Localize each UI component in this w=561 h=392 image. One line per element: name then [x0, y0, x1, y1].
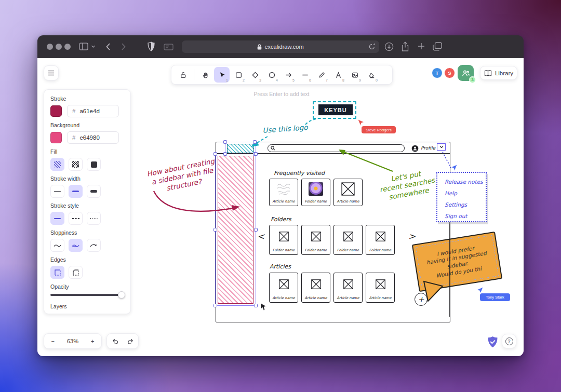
sloppiness-artist-button[interactable]: [69, 239, 83, 252]
card-article[interactable]: Article name: [333, 179, 363, 206]
rectangle-tool-button[interactable]: 2: [231, 67, 246, 83]
card-article[interactable]: Article name: [301, 273, 330, 303]
card-folder[interactable]: Folder name: [301, 225, 330, 255]
selection-handle[interactable]: [213, 304, 217, 307]
card-folder[interactable]: Folder name: [269, 225, 298, 255]
line-tool-button[interactable]: 6: [297, 67, 313, 83]
stroke-width-bold-button[interactable]: [69, 185, 83, 198]
note-use-this-logo[interactable]: Use this logo: [257, 123, 314, 136]
stroke-hex-input[interactable]: # a61e4d: [67, 105, 119, 117]
stroke-style-dashed-button[interactable]: [69, 212, 83, 225]
diamond-tool-button[interactable]: 3: [247, 67, 263, 83]
stroke-style-label: Stroke style: [50, 202, 124, 209]
tool-key: 5: [292, 78, 295, 82]
eraser-tool-button[interactable]: 0: [364, 67, 379, 83]
carousel-next[interactable]: >: [408, 231, 416, 241]
selection-handle[interactable]: [254, 228, 258, 232]
back-icon[interactable]: [105, 43, 111, 51]
zoom-in-button[interactable]: +: [84, 334, 101, 348]
menu-item-settings[interactable]: Settings: [445, 201, 486, 208]
sidebar-toggle-icon[interactable]: [79, 43, 88, 50]
menu-item-release-notes[interactable]: Release notes: [445, 179, 486, 185]
extension-icon[interactable]: [164, 44, 173, 50]
lock-tool-button[interactable]: [175, 67, 191, 83]
image-tool-button[interactable]: 9: [347, 67, 363, 83]
main-menu-button[interactable]: [44, 65, 59, 80]
tool-key: 2: [243, 78, 245, 82]
ellipse-tool-button[interactable]: 4: [264, 67, 279, 83]
privacy-shield-icon[interactable]: [148, 42, 155, 51]
selection-handle[interactable]: [254, 152, 258, 156]
fill-hachure-button[interactable]: [50, 158, 64, 171]
card-folder[interactable]: Folder name: [366, 225, 395, 255]
card-folder[interactable]: Folder name: [333, 225, 363, 255]
sidebar-chevron-icon[interactable]: [91, 44, 96, 49]
new-tab-icon[interactable]: [417, 42, 425, 50]
tool-toolbar: 1 2 3 4 5 6 7: [171, 65, 393, 85]
stroke-hex-value: a61e4d: [79, 108, 99, 114]
selection-handle[interactable]: [254, 304, 258, 307]
edges-round-button[interactable]: [69, 266, 83, 279]
stroke-width-thin-button[interactable]: [50, 185, 64, 198]
edges-sharp-button[interactable]: [50, 266, 64, 279]
selection-handle[interactable]: [223, 140, 227, 144]
undo-button[interactable]: [107, 334, 123, 348]
reload-icon[interactable]: [369, 43, 375, 51]
zoom-level[interactable]: 63%: [61, 334, 84, 348]
carousel-prev[interactable]: <: [257, 231, 264, 241]
stroke-color-swatch[interactable]: [50, 105, 62, 117]
stroke-style-solid-button[interactable]: [50, 212, 64, 225]
share-icon[interactable]: [401, 42, 409, 52]
address-bar[interactable]: excalidraw.com: [182, 40, 379, 53]
card-label: Article name: [337, 199, 359, 204]
traffic-light-close[interactable]: [47, 44, 53, 50]
collaboration-button[interactable]: 3: [458, 65, 474, 81]
hand-tool-button[interactable]: [197, 67, 213, 83]
library-button[interactable]: Library: [480, 66, 517, 80]
sloppiness-cartoonist-button[interactable]: [87, 239, 101, 252]
menu-item-help[interactable]: Help: [445, 190, 486, 196]
image-placeholder-icon: [311, 279, 321, 289]
selection-handle[interactable]: [213, 152, 217, 156]
selection-tool-button[interactable]: 1: [214, 67, 230, 83]
collaborator-avatar-t[interactable]: T: [432, 67, 443, 78]
opacity-slider-thumb[interactable]: [118, 291, 125, 299]
card-article[interactable]: Article name: [333, 273, 363, 303]
background-hex-input[interactable]: # e64980: [67, 131, 119, 144]
keybu-logo[interactable]: KEYBU: [318, 104, 353, 115]
encryption-shield-icon[interactable]: [487, 336, 498, 350]
traffic-light-minimize[interactable]: [56, 44, 62, 50]
wireframe-search-input[interactable]: [268, 144, 405, 152]
fill-solid-button[interactable]: [87, 158, 101, 171]
selection-handle[interactable]: [213, 228, 217, 232]
selection-handle[interactable]: [223, 152, 227, 156]
arrow-tool-button[interactable]: 5: [280, 67, 296, 83]
card-article[interactable]: Article name: [269, 273, 298, 303]
hand-icon: [202, 71, 209, 79]
card-label: Article name: [369, 296, 391, 300]
wireframe-add-button[interactable]: +: [415, 293, 428, 306]
card-folder[interactable]: Folder name: [301, 179, 330, 206]
opacity-slider[interactable]: [50, 294, 124, 296]
draw-tool-button[interactable]: 7: [314, 67, 329, 83]
traffic-light-zoom[interactable]: [64, 44, 71, 50]
forward-icon[interactable]: [121, 43, 126, 51]
background-color-swatch[interactable]: [50, 132, 62, 143]
stroke-style-dotted-button[interactable]: [87, 212, 101, 225]
text-tool-button[interactable]: 8: [330, 67, 346, 83]
menu-item-sign-out[interactable]: Sign out: [445, 213, 486, 219]
zoom-out-button[interactable]: −: [44, 334, 61, 348]
card-article[interactable]: Article name: [269, 179, 298, 206]
downloads-icon[interactable]: [384, 42, 394, 51]
card-article[interactable]: Article name: [366, 273, 395, 303]
redo-button[interactable]: [123, 334, 138, 348]
selection-handle[interactable]: [253, 140, 257, 144]
sloppiness-architect-button[interactable]: [50, 239, 64, 252]
help-button[interactable]: ?: [502, 334, 516, 348]
stroke-width-extrabold-button[interactable]: [87, 185, 101, 198]
wireframe-profile-dropdown[interactable]: [437, 143, 446, 151]
wireframe-profile-menu[interactable]: Release notes Help Settings Sign out: [436, 172, 487, 222]
tab-overview-icon[interactable]: [433, 42, 442, 51]
fill-crosshatch-button[interactable]: [69, 158, 83, 171]
collaborator-avatar-s[interactable]: S: [444, 67, 455, 78]
